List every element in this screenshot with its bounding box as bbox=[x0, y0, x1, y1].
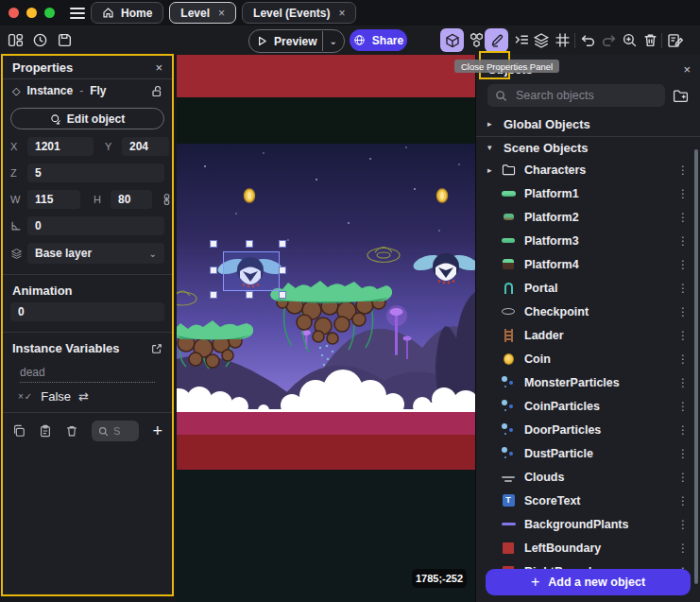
object-row[interactable]: BackgroundPlants⋮ bbox=[476, 512, 700, 536]
objects-scrollbar[interactable] bbox=[694, 149, 698, 584]
object-row[interactable]: Platform3⋮ bbox=[476, 229, 700, 252]
animation-input[interactable] bbox=[10, 302, 164, 321]
row-menu-icon[interactable]: ⋮ bbox=[675, 305, 691, 318]
y-input[interactable] bbox=[122, 137, 169, 156]
group-scene-objects[interactable]: ▾ Scene Objects bbox=[476, 137, 700, 158]
object-row[interactable]: LeftBoundary⋮ bbox=[476, 536, 700, 559]
row-menu-icon[interactable]: ⋮ bbox=[675, 329, 691, 342]
grid-icon[interactable] bbox=[555, 29, 571, 51]
resize-handle[interactable] bbox=[246, 240, 253, 248]
layer-select[interactable]: Base layer ⌄ bbox=[27, 243, 164, 264]
object-row[interactable]: Platform4⋮ bbox=[476, 252, 700, 276]
selection-rectangle[interactable] bbox=[223, 251, 280, 291]
resize-handle[interactable] bbox=[279, 291, 286, 299]
layers-icon[interactable] bbox=[533, 29, 550, 51]
object-row[interactable]: Clouds⋮ bbox=[476, 465, 700, 489]
resize-handle[interactable] bbox=[279, 267, 286, 274]
angle-input[interactable] bbox=[27, 216, 164, 235]
scene-canvas[interactable]: 1785;-252 bbox=[177, 55, 475, 602]
minimize-window-button[interactable] bbox=[26, 8, 37, 18]
width-input[interactable] bbox=[27, 190, 80, 209]
close-objects-icon[interactable]: × bbox=[683, 62, 691, 77]
object-row[interactable]: Checkpoint⋮ bbox=[476, 300, 700, 323]
maximize-window-button[interactable] bbox=[44, 8, 55, 18]
object-row[interactable]: CoinParticles⋮ bbox=[476, 394, 700, 418]
editor-toolbar: Preview ⌄ Share bbox=[0, 26, 700, 55]
link-chain-icon[interactable] bbox=[162, 193, 172, 206]
share-button[interactable]: Share bbox=[350, 29, 407, 51]
resize-handle[interactable] bbox=[210, 267, 217, 274]
z-input[interactable] bbox=[27, 163, 164, 182]
instance-list-icon[interactable] bbox=[514, 29, 530, 51]
row-menu-icon[interactable]: ⋮ bbox=[675, 447, 691, 460]
row-menu-icon[interactable]: ⋮ bbox=[675, 282, 691, 295]
row-menu-icon[interactable]: ⋮ bbox=[675, 423, 691, 437]
chevron-right-icon[interactable]: ▸ bbox=[487, 165, 500, 175]
variable-value-row[interactable]: ×✓ False ⇄ bbox=[18, 389, 157, 404]
resize-handle[interactable] bbox=[210, 240, 217, 248]
row-menu-icon[interactable]: ⋮ bbox=[675, 518, 691, 531]
resize-handle[interactable] bbox=[279, 240, 286, 248]
copy-icon[interactable] bbox=[12, 424, 26, 438]
variables-search-input[interactable]: S bbox=[92, 421, 139, 441]
add-new-object-button[interactable]: + Add a new object bbox=[486, 569, 691, 595]
add-folder-icon[interactable] bbox=[673, 89, 689, 103]
resize-handle[interactable] bbox=[210, 291, 217, 299]
close-tab-icon[interactable]: × bbox=[218, 7, 225, 20]
edit-scene-button[interactable] bbox=[485, 28, 508, 52]
preview-button[interactable]: Preview ⌄ bbox=[248, 29, 345, 53]
row-menu-icon[interactable]: ⋮ bbox=[675, 400, 691, 413]
3d-view-button[interactable] bbox=[440, 28, 464, 52]
lock-open-icon[interactable] bbox=[151, 85, 162, 97]
history-icon[interactable] bbox=[32, 29, 48, 51]
object-row[interactable]: Ladder⋮ bbox=[476, 323, 700, 347]
x-input[interactable] bbox=[27, 137, 94, 156]
note-edit-icon[interactable] bbox=[667, 29, 684, 51]
trash-icon[interactable] bbox=[65, 424, 78, 438]
row-menu-icon[interactable]: ⋮ bbox=[675, 234, 691, 248]
tab-level-events[interactable]: Level (Events) × bbox=[242, 2, 356, 24]
height-input[interactable] bbox=[111, 190, 152, 209]
object-row[interactable]: Portal⋮ bbox=[476, 276, 700, 300]
save-icon[interactable] bbox=[57, 29, 73, 51]
group-global-objects[interactable]: ▸ Global Objects bbox=[476, 112, 700, 136]
close-tab-icon[interactable]: × bbox=[338, 7, 345, 20]
row-menu-icon[interactable]: ⋮ bbox=[675, 163, 691, 177]
row-menu-icon[interactable]: ⋮ bbox=[675, 542, 691, 555]
row-menu-icon[interactable]: ⋮ bbox=[675, 211, 691, 224]
add-variable-button[interactable]: + bbox=[152, 421, 162, 441]
object-row[interactable]: Coin⋮ bbox=[476, 347, 700, 370]
hamburger-menu-icon[interactable] bbox=[70, 8, 85, 19]
chevron-down-icon[interactable]: ⌄ bbox=[329, 36, 336, 46]
redo-icon[interactable] bbox=[601, 29, 617, 51]
row-menu-icon[interactable]: ⋮ bbox=[675, 353, 691, 366]
trash-icon[interactable] bbox=[642, 29, 658, 51]
row-menu-icon[interactable]: ⋮ bbox=[675, 494, 691, 507]
variable-name[interactable]: dead bbox=[20, 366, 155, 383]
tab-home[interactable]: Home bbox=[91, 2, 163, 24]
row-menu-icon[interactable]: ⋮ bbox=[675, 187, 691, 200]
swap-value-icon[interactable]: ⇄ bbox=[78, 389, 89, 404]
object-row[interactable]: Platform1⋮ bbox=[476, 181, 700, 205]
row-menu-icon[interactable]: ⋮ bbox=[675, 258, 691, 271]
object-row[interactable]: ScoreText⋮ bbox=[476, 489, 700, 512]
panels-layout-icon[interactable] bbox=[8, 29, 24, 51]
object-row[interactable]: Platform2⋮ bbox=[476, 205, 700, 229]
edit-object-button[interactable]: Edit object bbox=[10, 108, 164, 129]
object-row[interactable]: MonsterParticles⋮ bbox=[476, 370, 700, 394]
paste-icon[interactable] bbox=[39, 424, 52, 438]
object-row[interactable]: DustParticle⋮ bbox=[476, 441, 700, 465]
objects-search-input[interactable] bbox=[514, 88, 657, 103]
object-row-characters-folder[interactable]: ▸ Characters ⋮ bbox=[476, 158, 700, 181]
object-row[interactable]: DoorParticles⋮ bbox=[476, 418, 700, 441]
close-window-button[interactable] bbox=[9, 8, 19, 18]
resize-handle[interactable] bbox=[246, 291, 253, 299]
row-menu-icon[interactable]: ⋮ bbox=[675, 471, 691, 484]
close-properties-icon[interactable]: × bbox=[155, 60, 162, 75]
external-link-icon[interactable] bbox=[151, 343, 162, 354]
tab-level[interactable]: Level × bbox=[169, 2, 236, 24]
undo-icon[interactable] bbox=[580, 29, 596, 51]
zoom-in-icon[interactable] bbox=[622, 29, 638, 51]
row-menu-icon[interactable]: ⋮ bbox=[675, 376, 691, 389]
objects-search-field[interactable] bbox=[487, 84, 665, 107]
